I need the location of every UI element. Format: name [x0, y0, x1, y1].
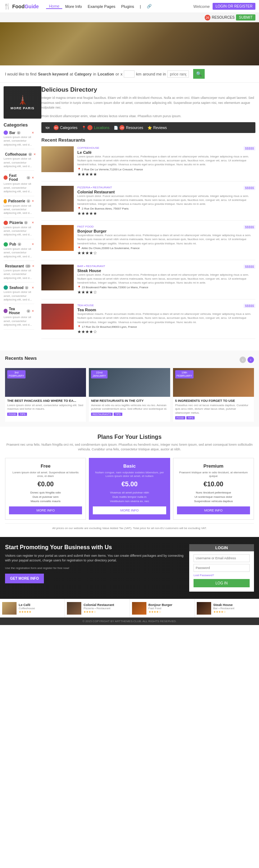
seafood-icon	[4, 285, 8, 290]
pizzeria-icon	[4, 221, 8, 225]
restaurant-steak[interactable]: BAR • RESTAURANT Steak House $$$$$ Lorem…	[41, 265, 255, 300]
resources-badge: 26	[205, 15, 210, 20]
cat-fast-count: x	[27, 176, 30, 179]
news-card-2[interactable]: 22ndJANUARY NEW RESTAURANTS IN THE CITY …	[89, 368, 170, 422]
search-category-link[interactable]: Category	[74, 72, 92, 76]
search-km-input[interactable]	[124, 70, 135, 78]
restaurant-tea-image	[41, 304, 74, 330]
plan-premium-button[interactable]: MORE INFO	[177, 506, 250, 514]
cat-seafood-desc: Lorem ipsum dolor sit amet, consectetur …	[4, 290, 34, 302]
search-at: at	[70, 72, 73, 76]
cat-pizzeria-close[interactable]: ✕	[32, 221, 34, 224]
nav-home[interactable]: Home	[46, 4, 62, 9]
footer-burger-image	[132, 602, 146, 615]
footer-lecafe-image	[2, 602, 17, 615]
category-teahouse[interactable]: Tea House x ✕ Lorem ipsum dolor sit amet…	[4, 307, 34, 329]
logo-text: FoodGuide	[12, 4, 39, 9]
category-restaurant[interactable]: Restaurant 19 ✕ Lorem ipsum dolor sit am…	[4, 264, 34, 283]
nav-share-icon[interactable]: 🔗	[144, 4, 155, 9]
plans-vat-note: All prices on our website are excluding …	[5, 523, 254, 530]
plan-premium-feature1: Nunc tincidunt pellentesque	[177, 491, 250, 494]
cat-fast-close[interactable]: ✕	[32, 176, 34, 179]
footer-card-colonial[interactable]: Colonial Restaurant Pizzeria • Restauran…	[65, 599, 130, 617]
search-price-input[interactable]	[167, 70, 189, 78]
cat-tea-close[interactable]: ✕	[32, 309, 34, 313]
directory-title: Delicious Directory	[41, 86, 255, 93]
news-navigation: ‹ ›	[240, 357, 254, 363]
category-seafood[interactable]: Seafood x ✕ Lorem ipsum dolor sit amet, …	[4, 285, 34, 304]
cat-restaurant-close[interactable]: ✕	[32, 265, 35, 268]
news-3-body: 5 INGREDIENTS YOU FORGET TO USE Phasellu…	[173, 397, 254, 422]
restaurant-tea-info: TEA HOUSE Tea Room $$$$$ Suspendisse mau…	[77, 304, 255, 334]
category-coffeehouse[interactable]: Coffeehouse x ✕ Lorem ipsum dolor sit am…	[4, 152, 34, 171]
search-location-link[interactable]: Location	[97, 72, 114, 76]
plan-basic-feature3: Vestibulum non viverra ex, nec	[93, 500, 166, 503]
stat-reviews[interactable]: ⭐ Reviews	[147, 126, 167, 130]
login-username-input[interactable]	[194, 554, 250, 562]
footer-card-steak[interactable]: Steak House Bar • Restaurant ★★★★☆	[195, 599, 259, 617]
steak-name: Steak House	[77, 268, 105, 273]
login-password-input[interactable]	[194, 564, 250, 572]
login-register-button[interactable]: LOGIN OR REGISTER	[213, 3, 255, 10]
restaurant-le-cafe-info: COFFEEHOUSE Le Café $$$$$ Lorem ipsum do…	[77, 146, 255, 177]
stat-categories[interactable]: 84 Categories	[54, 125, 77, 130]
category-bar[interactable]: Bar x ✕ Lorem ipsum dolor sit amet, cons…	[4, 130, 34, 149]
search-button[interactable]: 🔍	[193, 69, 205, 79]
news-3-tags: FOOD TIPS	[175, 416, 252, 419]
news-2-tags: RESTAURANTS TIPS	[91, 413, 168, 416]
plan-free-feature3: Mauris convallis mauris	[9, 500, 82, 503]
footer-card-burger[interactable]: Bonjour Burger Fast Food ★★★★☆	[130, 599, 195, 617]
category-fastfood[interactable]: Fast Food x ✕ Lorem ipsum dolor sit amet…	[4, 174, 34, 196]
stat-resources[interactable]: 📄 29 Resources	[114, 125, 143, 130]
cat-seafood-close[interactable]: ✕	[32, 286, 34, 289]
nav-moreinfo[interactable]: More Info	[62, 4, 85, 9]
news-prev-button[interactable]: ‹	[240, 357, 246, 363]
stat-locations[interactable]: 📍 6 Locations	[82, 125, 109, 130]
navbar: 🍴 FoodGuide Home More Info Example Pages…	[0, 0, 259, 13]
cat-pub-desc: Lorem ipsum dolor sit amet, consectetur …	[4, 247, 34, 258]
nav-plugins[interactable]: Plugins	[118, 4, 137, 9]
login-forgot-link[interactable]: Lost Password?	[194, 574, 250, 577]
footer-steak-stars: ★★★★☆	[213, 610, 257, 614]
restaurant-tea[interactable]: TEA HOUSE Tea Room $$$$$ Suspendisse mau…	[41, 304, 255, 339]
promote-getinfo-button[interactable]: GET MORE INFO	[5, 574, 44, 583]
category-pizzeria[interactable]: Pizzeria x ✕ Lorem ipsum dolor sit amet,…	[4, 221, 34, 239]
featured-box[interactable]: 🗼 MORE PARIS	[4, 86, 41, 119]
news-1-tags: FOOD TIPS	[7, 413, 84, 416]
plan-basic-button[interactable]: MORE INFO	[93, 506, 166, 514]
stat-locations-label: Locations	[94, 126, 109, 130]
cat-coffee-close[interactable]: ✕	[33, 153, 36, 156]
cat-pub-count: x	[18, 243, 21, 246]
le-cafe-stars: ★★★★★	[77, 172, 255, 177]
cat-patisserie-close[interactable]: ✕	[32, 199, 34, 203]
footer-card-lecafe[interactable]: Le Café Coffeehouse ★★★★★	[0, 599, 65, 617]
colonial-desc: Lorem ipsum dolor. Fusce accumsan mollis…	[77, 194, 255, 206]
colonial-category: PIZZERIA • RESTAURANT	[77, 186, 115, 189]
news-card-3[interactable]: 19thFEBRUARY 5 INGREDIENTS YOU FORGET TO…	[173, 368, 254, 422]
news-next-button[interactable]: ›	[247, 357, 254, 363]
category-pub[interactable]: Pub x ✕ Lorem ipsum dolor sit amet, cons…	[4, 242, 34, 261]
resources-icon: 📄	[114, 126, 118, 130]
submit-button[interactable]: SUBMIT	[236, 14, 255, 20]
location-icon: 📍	[82, 126, 86, 130]
burger-category: FAST FOOD	[77, 225, 106, 228]
login-panel: LOGIN Lost Password? LOG IN	[189, 544, 254, 592]
cat-bar-close[interactable]: ✕	[32, 131, 34, 134]
news-card-1[interactable]: 3rdFEBRUARY THE BEST PANCAKES AND WHERE …	[5, 368, 86, 422]
news-1-body: THE BEST PANCAKES AND WHERE TO EA... Lor…	[5, 397, 86, 418]
news-grid: 3rdFEBRUARY THE BEST PANCAKES AND WHERE …	[5, 368, 254, 422]
news-1-tag-food: FOOD	[7, 413, 17, 416]
cat-coffee-desc: Lorem ipsum dolor sit amet, consectetur …	[4, 157, 34, 168]
restaurant-colonial[interactable]: PIZZERIA • RESTAURANT Colonial Restauran…	[41, 186, 255, 221]
plan-free-button[interactable]: MORE INFO	[9, 506, 82, 514]
plan-basic-price: €5.00	[93, 481, 166, 488]
search-keyword-link[interactable]: Search keyword	[38, 72, 68, 76]
footer-steak-info: Steak House Bar • Restaurant ★★★★☆	[213, 603, 257, 614]
cat-pub-close[interactable]: ✕	[32, 243, 34, 246]
category-patisserie[interactable]: Patisserie x ✕ Lorem ipsum dolor sit ame…	[4, 199, 34, 218]
nav-examples[interactable]: Example Pages	[85, 4, 118, 9]
login-button[interactable]: LOG IN	[194, 579, 250, 587]
footer-burger-stars: ★★★★☆	[149, 610, 192, 614]
restaurant-le-cafe[interactable]: COFFEEHOUSE Le Café $$$$$ Lorem ipsum do…	[41, 146, 255, 182]
restaurant-burger[interactable]: FAST FOOD Bonjour Burger $$$$$ Suspendis…	[41, 225, 255, 260]
